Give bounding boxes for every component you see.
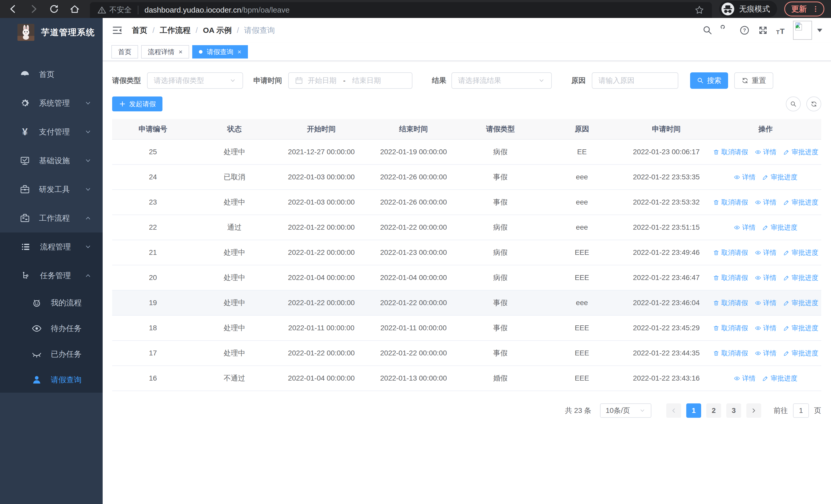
refresh-table-button[interactable] [806,96,821,111]
page-size-select[interactable]: 10条/页 [600,404,651,418]
cell-applied: 2022-01-22 23:51:15 [623,223,710,232]
help-icon[interactable]: ? [739,25,750,36]
cell-id: 16 [112,374,194,382]
reason-input[interactable] [599,77,671,85]
sidebar-item-流程管理[interactable]: 流程管理 [0,233,103,261]
action-审批进度[interactable]: 审批进度 [762,374,797,383]
action-审批进度[interactable]: 审批进度 [783,273,819,282]
chevron-down-icon [538,77,545,84]
font-size-icon[interactable]: TT [776,25,785,36]
action-详情[interactable]: 详情 [755,324,777,333]
action-取消请假[interactable]: 取消请假 [713,248,748,257]
action-审批进度[interactable]: 审批进度 [762,223,797,232]
create-leave-button[interactable]: 发起请假 [112,96,163,111]
security-indicator[interactable]: 不安全 [97,5,132,15]
forward-icon[interactable] [28,4,39,14]
action-详情[interactable]: 详情 [755,273,777,282]
update-chip[interactable]: 更新 [784,2,824,17]
action-取消请假[interactable]: 取消请假 [713,148,748,156]
chevron-left-icon [670,407,677,414]
action-取消请假[interactable]: 取消请假 [713,273,748,282]
bookmark-star-icon[interactable] [694,5,704,15]
address-bar[interactable]: 不安全 dashboard.yudao.iocoder.cn/bpm/oa/le… [90,2,712,18]
close-icon[interactable]: × [237,49,241,55]
result-select[interactable]: 请选择流结果 [452,72,552,89]
tab-首页[interactable]: 首页 [111,45,138,59]
collapse-sidebar-icon[interactable] [112,25,123,36]
page-button-2[interactable]: 2 [706,404,721,418]
action-审批进度[interactable]: 审批进度 [783,148,819,156]
action-审批进度[interactable]: 审批进度 [762,173,797,182]
page-button-1[interactable]: 1 [686,404,701,418]
app-logo[interactable]: 芋道管理系统 [0,18,103,47]
chevron-down-icon [229,77,236,84]
cell-end: 2022-01-11 00:00:00 [368,324,460,332]
kebab-menu-icon[interactable] [812,5,820,13]
breadcrumb-item[interactable]: 工作流程 [160,25,191,36]
sidebar-item-基础设施[interactable]: 基础设施 [0,146,103,175]
action-详情[interactable]: 详情 [734,223,755,232]
chevron-down-icon[interactable] [817,29,822,32]
reload-icon[interactable] [49,4,60,14]
action-取消请假[interactable]: 取消请假 [713,349,748,358]
action-审批进度[interactable]: 审批进度 [783,198,819,207]
tab-请假查询[interactable]: 请假查询× [192,45,248,59]
chevron-down-icon [84,243,92,251]
sidebar-item-任务管理[interactable]: 任务管理 [0,261,103,290]
breadcrumb-item[interactable]: OA 示例 [203,25,232,36]
action-审批进度[interactable]: 审批进度 [783,349,819,358]
prev-page-button[interactable] [666,404,681,418]
cell-start: 2022-01-04 00:00:00 [275,374,367,382]
leave-type-select[interactable]: 请选择请假类型 [147,72,243,89]
apply-time-range-picker[interactable]: 开始日期 - 结束日期 [288,72,412,89]
back-icon[interactable] [8,4,19,14]
action-详情[interactable]: 详情 [755,248,777,257]
search-icon[interactable] [702,25,713,36]
tab-流程详情[interactable]: 流程详情× [141,45,189,59]
action-审批进度[interactable]: 审批进度 [783,324,819,333]
github-icon[interactable] [721,25,732,36]
close-icon[interactable]: × [179,49,182,55]
action-详情[interactable]: 详情 [734,374,755,383]
action-详情[interactable]: 详情 [734,173,755,182]
breadcrumb-separator: / [237,26,239,35]
sidebar-item-研发工具[interactable]: 研发工具 [0,175,103,204]
action-详情[interactable]: 详情 [755,298,777,307]
action-取消请假[interactable]: 取消请假 [713,298,748,307]
action-详情[interactable]: 详情 [755,349,777,358]
sidebar-item-我的流程[interactable]: 我的流程 [0,290,103,316]
edit-icon [783,149,790,155]
cell-start: 2022-01-22 00:00:00 [275,299,367,307]
goto-page-input[interactable] [793,404,809,418]
toggle-search-button[interactable] [786,96,801,111]
sidebar-item-待办任务[interactable]: 待办任务 [0,316,103,341]
sidebar-item-工作流程[interactable]: 工作流程 [0,204,103,233]
sidebar-item-支付管理[interactable]: ¥支付管理 [0,118,103,146]
action-详情[interactable]: 详情 [755,198,777,207]
action-取消请假[interactable]: 取消请假 [713,198,748,207]
table-row: 22通过2022-01-22 00:00:002022-01-22 00:00:… [112,215,821,240]
next-page-button[interactable] [746,404,761,418]
cell-type: 婚假 [460,374,541,383]
view-icon [755,300,761,306]
action-审批进度[interactable]: 审批进度 [783,248,819,257]
page-button-3[interactable]: 3 [726,404,741,418]
breadcrumb-item[interactable]: 首页 [132,25,147,36]
home-icon[interactable] [69,4,80,14]
action-审批进度[interactable]: 审批进度 [783,298,819,307]
sidebar-item-请假查询[interactable]: 请假查询 [0,367,103,393]
cell-start: 2022-01-22 00:00:00 [275,223,367,232]
avatar[interactable] [793,21,812,40]
view-icon [755,199,761,206]
fullscreen-icon[interactable] [757,25,768,36]
sidebar-item-首页[interactable]: 首页 [0,60,103,89]
action-详情[interactable]: 详情 [755,148,777,156]
reset-button[interactable]: 重置 [734,72,773,89]
sidebar-item-系统管理[interactable]: 系统管理 [0,89,103,118]
cell-reason: eee [541,173,623,181]
action-label: 详情 [763,248,777,257]
search-button[interactable]: 搜索 [690,72,728,89]
update-label: 更新 [791,4,807,14]
sidebar-item-已办任务[interactable]: 已办任务 [0,341,103,367]
action-取消请假[interactable]: 取消请假 [713,324,748,333]
